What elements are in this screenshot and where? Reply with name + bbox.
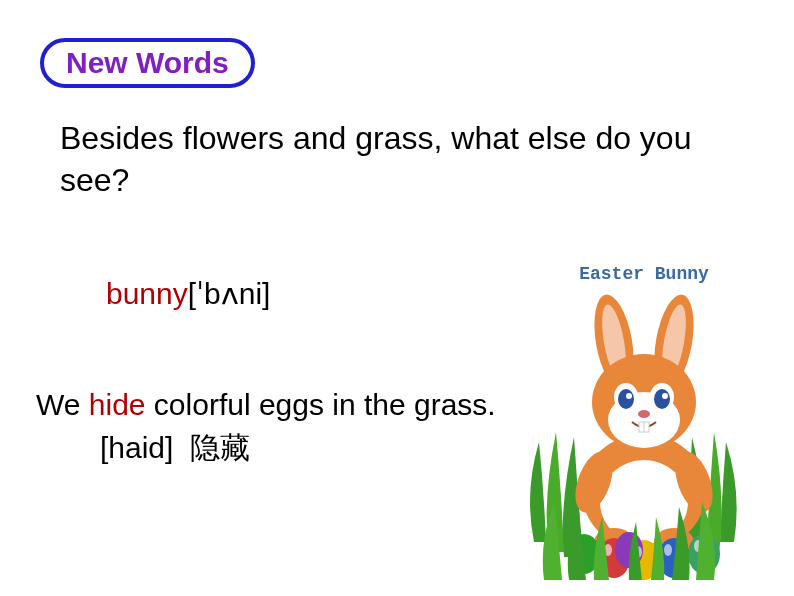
hide-suffix: colorful eggs in the grass. xyxy=(146,388,496,421)
svg-point-21 xyxy=(664,544,672,556)
hide-phonetic-line: [haid] 隐藏 xyxy=(100,428,250,469)
vocab-bunny: bunny[ˈbʌni] xyxy=(106,276,270,311)
bunny-image-title: Easter Bunny xyxy=(579,264,709,284)
svg-point-11 xyxy=(654,389,670,409)
easter-bunny-illustration: Easter Bunny xyxy=(514,260,774,580)
new-words-badge: New Words xyxy=(40,38,255,88)
hide-word: hide xyxy=(89,388,146,421)
svg-point-13 xyxy=(662,393,668,399)
hide-translation: 隐藏 xyxy=(190,431,250,464)
bunny-svg xyxy=(514,292,774,580)
vocab-hide-sentence: We hide colorful eggs in the grass. xyxy=(36,388,496,422)
svg-point-12 xyxy=(626,393,632,399)
bunny-word: bunny xyxy=(106,277,188,310)
hide-prefix: We xyxy=(36,388,89,421)
bunny-nose xyxy=(638,410,650,418)
badge-text: New Words xyxy=(66,46,229,79)
question-text: Besides flowers and grass, what else do … xyxy=(60,118,734,201)
svg-point-10 xyxy=(618,389,634,409)
hide-phonetic: [haid] xyxy=(100,431,173,464)
bunny-phonetic: [ˈbʌni] xyxy=(188,277,271,310)
